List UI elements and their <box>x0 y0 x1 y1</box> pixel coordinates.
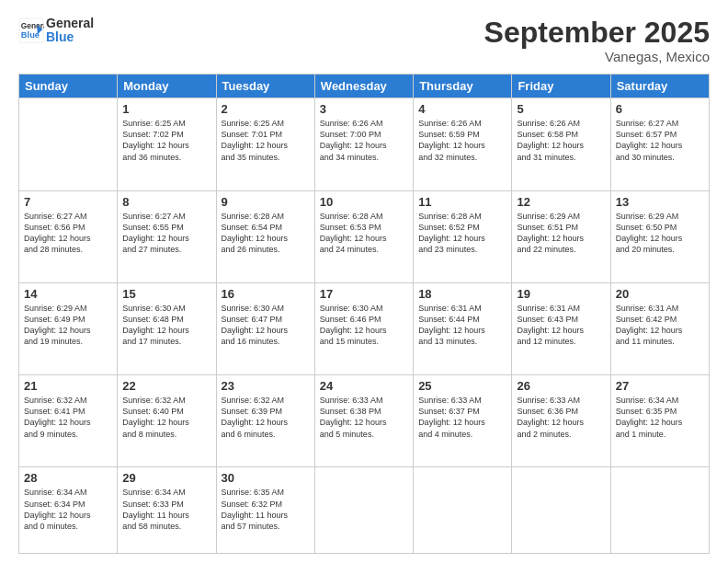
day-info: Sunrise: 6:29 AM Sunset: 6:51 PM Dayligh… <box>517 211 605 256</box>
day-info: Sunrise: 6:30 AM Sunset: 6:48 PM Dayligh… <box>122 303 210 348</box>
table-row: 1Sunrise: 6:25 AM Sunset: 7:02 PM Daylig… <box>118 98 216 190</box>
day-number: 15 <box>122 287 210 301</box>
day-info: Sunrise: 6:31 AM Sunset: 6:44 PM Dayligh… <box>418 303 506 348</box>
day-number: 5 <box>517 102 605 116</box>
day-info: Sunrise: 6:34 AM Sunset: 6:33 PM Dayligh… <box>122 487 210 532</box>
table-row: 6Sunrise: 6:27 AM Sunset: 6:57 PM Daylig… <box>610 98 709 190</box>
table-row: 16Sunrise: 6:30 AM Sunset: 6:47 PM Dayli… <box>216 282 314 374</box>
day-info: Sunrise: 6:29 AM Sunset: 6:50 PM Dayligh… <box>616 211 704 256</box>
day-number: 25 <box>418 379 506 393</box>
day-info: Sunrise: 6:33 AM Sunset: 6:36 PM Dayligh… <box>517 395 605 440</box>
day-info: Sunrise: 6:28 AM Sunset: 6:52 PM Dayligh… <box>418 211 506 256</box>
table-row <box>414 467 512 554</box>
table-row: 19Sunrise: 6:31 AM Sunset: 6:43 PM Dayli… <box>512 282 610 374</box>
table-row: 30Sunrise: 6:35 AM Sunset: 6:32 PM Dayli… <box>216 467 314 554</box>
day-info: Sunrise: 6:28 AM Sunset: 6:53 PM Dayligh… <box>320 211 408 256</box>
day-info: Sunrise: 6:35 AM Sunset: 6:32 PM Dayligh… <box>222 487 310 532</box>
day-number: 21 <box>24 379 112 393</box>
table-row: 9Sunrise: 6:28 AM Sunset: 6:54 PM Daylig… <box>216 190 314 282</box>
day-info: Sunrise: 6:32 AM Sunset: 6:41 PM Dayligh… <box>24 395 112 440</box>
day-number: 18 <box>418 287 506 301</box>
table-row: 20Sunrise: 6:31 AM Sunset: 6:42 PM Dayli… <box>610 282 709 374</box>
day-number: 19 <box>517 287 605 301</box>
day-info: Sunrise: 6:25 AM Sunset: 7:01 PM Dayligh… <box>222 118 310 163</box>
day-info: Sunrise: 6:33 AM Sunset: 6:38 PM Dayligh… <box>320 395 408 440</box>
day-number: 6 <box>616 102 704 116</box>
day-info: Sunrise: 6:25 AM Sunset: 7:02 PM Dayligh… <box>122 118 210 163</box>
day-number: 16 <box>222 287 310 301</box>
day-info: Sunrise: 6:34 AM Sunset: 6:35 PM Dayligh… <box>616 395 704 440</box>
calendar-week-row: 1Sunrise: 6:25 AM Sunset: 7:02 PM Daylig… <box>19 98 710 190</box>
day-info: Sunrise: 6:32 AM Sunset: 6:40 PM Dayligh… <box>122 395 210 440</box>
day-number: 1 <box>122 102 210 116</box>
logo-text: General Blue <box>46 17 94 45</box>
logo-icon: General Blue <box>18 17 44 43</box>
day-info: Sunrise: 6:33 AM Sunset: 6:37 PM Dayligh… <box>418 395 506 440</box>
day-number: 2 <box>222 102 310 116</box>
col-thursday: Thursday <box>414 75 512 98</box>
table-row: 11Sunrise: 6:28 AM Sunset: 6:52 PM Dayli… <box>414 190 512 282</box>
day-info: Sunrise: 6:26 AM Sunset: 6:59 PM Dayligh… <box>418 118 506 163</box>
day-number: 12 <box>517 195 605 209</box>
day-number: 17 <box>320 287 408 301</box>
table-row: 7Sunrise: 6:27 AM Sunset: 6:56 PM Daylig… <box>19 190 118 282</box>
logo: General Blue General Blue <box>18 17 94 45</box>
day-number: 30 <box>222 471 310 485</box>
table-row: 4Sunrise: 6:26 AM Sunset: 6:59 PM Daylig… <box>414 98 512 190</box>
day-info: Sunrise: 6:32 AM Sunset: 6:39 PM Dayligh… <box>222 395 310 440</box>
day-number: 24 <box>320 379 408 393</box>
day-info: Sunrise: 6:31 AM Sunset: 6:43 PM Dayligh… <box>517 303 605 348</box>
day-info: Sunrise: 6:30 AM Sunset: 6:47 PM Dayligh… <box>222 303 310 348</box>
day-info: Sunrise: 6:27 AM Sunset: 6:57 PM Dayligh… <box>616 118 704 163</box>
table-row: 8Sunrise: 6:27 AM Sunset: 6:55 PM Daylig… <box>118 190 216 282</box>
table-row: 27Sunrise: 6:34 AM Sunset: 6:35 PM Dayli… <box>610 375 709 467</box>
day-info: Sunrise: 6:31 AM Sunset: 6:42 PM Dayligh… <box>616 303 704 348</box>
table-row <box>610 467 709 554</box>
col-friday: Friday <box>512 75 610 98</box>
col-wednesday: Wednesday <box>314 75 413 98</box>
table-row: 3Sunrise: 6:26 AM Sunset: 7:00 PM Daylig… <box>314 98 413 190</box>
calendar-week-row: 21Sunrise: 6:32 AM Sunset: 6:41 PM Dayli… <box>19 375 710 467</box>
col-monday: Monday <box>118 75 216 98</box>
table-row: 17Sunrise: 6:30 AM Sunset: 6:46 PM Dayli… <box>314 282 413 374</box>
col-saturday: Saturday <box>610 75 709 98</box>
table-row: 14Sunrise: 6:29 AM Sunset: 6:49 PM Dayli… <box>19 282 118 374</box>
table-row <box>314 467 413 554</box>
table-row: 29Sunrise: 6:34 AM Sunset: 6:33 PM Dayli… <box>118 467 216 554</box>
day-number: 10 <box>320 195 408 209</box>
page: General Blue General Blue September 2025… <box>0 0 728 563</box>
table-row <box>19 98 118 190</box>
calendar-header-row: Sunday Monday Tuesday Wednesday Thursday… <box>19 75 710 98</box>
table-row <box>512 467 610 554</box>
table-row: 28Sunrise: 6:34 AM Sunset: 6:34 PM Dayli… <box>19 467 118 554</box>
table-row: 18Sunrise: 6:31 AM Sunset: 6:44 PM Dayli… <box>414 282 512 374</box>
calendar: Sunday Monday Tuesday Wednesday Thursday… <box>18 74 710 554</box>
month-title: September 2025 <box>484 17 710 49</box>
table-row: 15Sunrise: 6:30 AM Sunset: 6:48 PM Dayli… <box>118 282 216 374</box>
day-number: 11 <box>418 195 506 209</box>
calendar-week-row: 28Sunrise: 6:34 AM Sunset: 6:34 PM Dayli… <box>19 467 710 554</box>
day-number: 22 <box>122 379 210 393</box>
day-info: Sunrise: 6:26 AM Sunset: 7:00 PM Dayligh… <box>320 118 408 163</box>
day-number: 20 <box>616 287 704 301</box>
day-number: 3 <box>320 102 408 116</box>
location: Vanegas, Mexico <box>484 49 710 64</box>
day-number: 13 <box>616 195 704 209</box>
table-row: 23Sunrise: 6:32 AM Sunset: 6:39 PM Dayli… <box>216 375 314 467</box>
calendar-week-row: 14Sunrise: 6:29 AM Sunset: 6:49 PM Dayli… <box>19 282 710 374</box>
day-number: 29 <box>122 471 210 485</box>
table-row: 22Sunrise: 6:32 AM Sunset: 6:40 PM Dayli… <box>118 375 216 467</box>
day-info: Sunrise: 6:29 AM Sunset: 6:49 PM Dayligh… <box>24 303 112 348</box>
day-info: Sunrise: 6:34 AM Sunset: 6:34 PM Dayligh… <box>24 487 112 532</box>
day-number: 8 <box>122 195 210 209</box>
day-number: 4 <box>418 102 506 116</box>
table-row: 25Sunrise: 6:33 AM Sunset: 6:37 PM Dayli… <box>414 375 512 467</box>
day-info: Sunrise: 6:27 AM Sunset: 6:55 PM Dayligh… <box>122 211 210 256</box>
day-number: 7 <box>24 195 112 209</box>
col-tuesday: Tuesday <box>216 75 314 98</box>
day-number: 23 <box>222 379 310 393</box>
day-info: Sunrise: 6:26 AM Sunset: 6:58 PM Dayligh… <box>517 118 605 163</box>
table-row: 5Sunrise: 6:26 AM Sunset: 6:58 PM Daylig… <box>512 98 610 190</box>
table-row: 21Sunrise: 6:32 AM Sunset: 6:41 PM Dayli… <box>19 375 118 467</box>
day-info: Sunrise: 6:27 AM Sunset: 6:56 PM Dayligh… <box>24 211 112 256</box>
